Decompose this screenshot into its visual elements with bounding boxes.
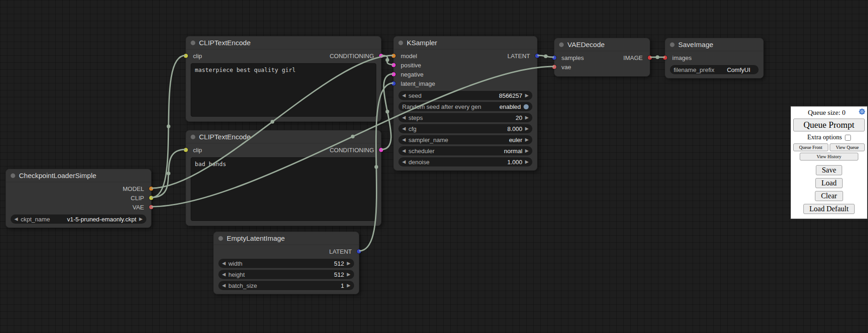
next-arrow-icon[interactable]: ▶	[347, 261, 350, 266]
queue-prompt-button[interactable]: Queue Prompt	[793, 119, 865, 131]
output-latent[interactable]: LATENT	[329, 247, 354, 256]
conditioning-port-icon[interactable]	[392, 63, 396, 67]
output-conditioning[interactable]: CONDITIONING	[330, 51, 376, 60]
widget-width[interactable]: ◀ width 512 ▶	[218, 259, 354, 268]
widget-steps[interactable]: ◀ steps 20 ▶	[398, 113, 532, 122]
node-save-image[interactable]: SaveImage images filename_prefix ComfyUI	[665, 38, 764, 78]
queue-front-button[interactable]: Queue Front	[793, 143, 828, 151]
widget-cfg[interactable]: ◀ cfg 8.000 ▶	[398, 124, 532, 133]
node-title-bar[interactable]: CLIPTextEncode	[186, 36, 381, 49]
widget-sampler-name[interactable]: ◀ sampler_name euler ▶	[398, 135, 532, 144]
prev-arrow-icon[interactable]: ◀	[402, 149, 406, 153]
node-title-bar[interactable]: SaveImage	[665, 38, 763, 51]
widget-height[interactable]: ◀ height 512 ▶	[218, 270, 354, 279]
widget-random-seed-toggle[interactable]: Random seed after every gen enabled	[398, 102, 532, 111]
output-latent[interactable]: LATENT	[507, 51, 532, 60]
prev-arrow-icon[interactable]: ◀	[402, 137, 406, 142]
next-arrow-icon[interactable]: ▶	[525, 93, 529, 98]
node-vae-decode[interactable]: VAEDecode samples vae IMAGE	[554, 38, 650, 77]
output-conditioning[interactable]: CONDITIONING	[330, 145, 376, 155]
next-arrow-icon[interactable]: ▶	[347, 283, 350, 288]
extra-options-checkbox[interactable]	[845, 135, 851, 141]
node-title-bar[interactable]: KSampler	[394, 36, 537, 49]
node-title-bar[interactable]: CheckpointLoaderSimple	[6, 169, 151, 182]
output-model[interactable]: MODEL	[123, 184, 146, 193]
negative-prompt-textarea[interactable]: bad hands	[191, 157, 376, 221]
widget-scheduler[interactable]: ◀ scheduler normal ▶	[398, 146, 532, 155]
prev-arrow-icon[interactable]: ◀	[222, 272, 226, 277]
toggle-on-icon[interactable]	[524, 104, 529, 109]
latent-port-icon[interactable]	[357, 250, 361, 254]
collapse-dot-icon[interactable]	[670, 42, 675, 47]
node-title-bar[interactable]: VAEDecode	[555, 38, 650, 51]
vae-port-icon[interactable]	[552, 65, 556, 69]
output-image[interactable]: IMAGE	[623, 53, 645, 62]
clip-port-icon[interactable]	[184, 54, 188, 58]
next-arrow-icon[interactable]: ▶	[525, 137, 529, 142]
clear-button[interactable]: Clear	[815, 191, 843, 201]
node-checkpoint-loader-simple[interactable]: CheckpointLoaderSimple MODEL CLIP VAE ◀ …	[6, 169, 151, 228]
input-images[interactable]: images	[670, 53, 692, 62]
clip-port-icon[interactable]	[184, 148, 188, 152]
input-vae[interactable]: vae	[559, 62, 584, 71]
input-positive[interactable]: positive	[398, 60, 435, 70]
input-latent-image[interactable]: latent_image	[398, 79, 435, 88]
prev-arrow-icon[interactable]: ◀	[222, 261, 226, 266]
view-queue-button[interactable]: View Queue	[830, 143, 865, 151]
view-history-button[interactable]: View History	[800, 153, 858, 161]
conditioning-port-icon[interactable]	[379, 148, 383, 152]
node-clip-text-encode-positive[interactable]: CLIPTextEncode clip CONDITIONING masterp…	[186, 36, 381, 122]
model-port-icon[interactable]	[149, 187, 153, 191]
widget-denoise[interactable]: ◀ denoise 1.000 ▶	[398, 157, 532, 166]
input-clip[interactable]: clip	[191, 145, 202, 155]
collapse-dot-icon[interactable]	[559, 42, 564, 47]
input-model[interactable]: model	[398, 51, 435, 60]
settings-icon[interactable]	[859, 108, 865, 115]
next-arrow-icon[interactable]: ▶	[139, 217, 143, 221]
load-button[interactable]: Load	[815, 178, 843, 188]
image-port-icon[interactable]	[648, 56, 652, 60]
next-arrow-icon[interactable]: ▶	[347, 272, 350, 277]
node-empty-latent-image[interactable]: EmptyLatentImage LATENT ◀ width 512 ▶ ◀ …	[213, 232, 359, 294]
node-title-bar[interactable]: CLIPTextEncode	[186, 131, 381, 143]
widget-ckpt-name[interactable]: ◀ ckpt_name v1-5-pruned-emaonly.ckpt ▶	[11, 214, 146, 224]
next-arrow-icon[interactable]: ▶	[525, 149, 529, 153]
widget-filename-prefix[interactable]: filename_prefix ComfyUI	[670, 65, 759, 74]
widget-seed[interactable]: ◀ seed 8566257 ▶	[398, 91, 532, 100]
collapse-dot-icon[interactable]	[218, 236, 223, 241]
node-clip-text-encode-negative[interactable]: CLIPTextEncode clip CONDITIONING bad han…	[186, 130, 381, 226]
latent-port-icon[interactable]	[552, 56, 556, 60]
prev-arrow-icon[interactable]: ◀	[402, 126, 406, 131]
latent-port-icon[interactable]	[392, 82, 396, 86]
save-button[interactable]: Save	[816, 165, 842, 175]
conditioning-port-icon[interactable]	[392, 72, 396, 77]
node-title-bar[interactable]: EmptyLatentImage	[214, 232, 359, 245]
model-port-icon[interactable]	[392, 54, 396, 58]
input-samples[interactable]: samples	[559, 53, 584, 62]
prev-arrow-icon[interactable]: ◀	[222, 283, 226, 288]
output-clip[interactable]: CLIP	[123, 193, 146, 202]
clip-port-icon[interactable]	[149, 196, 153, 200]
prev-arrow-icon[interactable]: ◀	[402, 115, 406, 120]
prev-arrow-icon[interactable]: ◀	[402, 160, 406, 164]
collapse-dot-icon[interactable]	[191, 135, 195, 139]
next-arrow-icon[interactable]: ▶	[525, 126, 529, 131]
load-default-button[interactable]: Load Default	[803, 204, 855, 214]
latent-port-icon[interactable]	[535, 54, 539, 58]
next-arrow-icon[interactable]: ▶	[525, 160, 529, 164]
node-ksampler[interactable]: KSampler model positive negative latent_…	[393, 36, 537, 171]
collapse-dot-icon[interactable]	[398, 41, 403, 45]
input-clip[interactable]: clip	[191, 51, 202, 60]
positive-prompt-textarea[interactable]: masterpiece best quality girl	[191, 63, 376, 117]
widget-batch-size[interactable]: ◀ batch_size 1 ▶	[218, 281, 354, 290]
image-port-icon[interactable]	[663, 56, 667, 60]
conditioning-port-icon[interactable]	[379, 54, 383, 58]
collapse-dot-icon[interactable]	[11, 173, 15, 178]
prev-arrow-icon[interactable]: ◀	[14, 217, 18, 221]
input-negative[interactable]: negative	[398, 70, 435, 79]
output-vae[interactable]: VAE	[123, 202, 146, 212]
vae-port-icon[interactable]	[149, 205, 153, 209]
prev-arrow-icon[interactable]: ◀	[402, 93, 406, 98]
collapse-dot-icon[interactable]	[191, 41, 195, 45]
next-arrow-icon[interactable]: ▶	[525, 115, 529, 120]
